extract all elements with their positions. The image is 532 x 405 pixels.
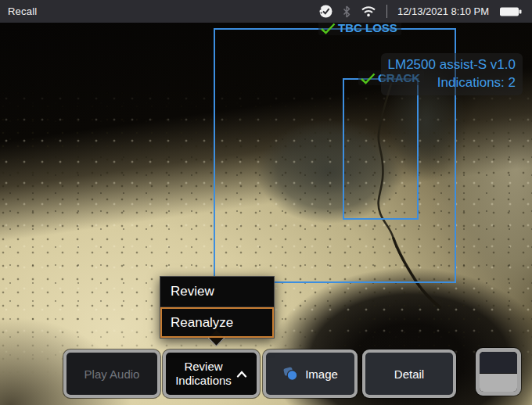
indication-label-text: TBC LOSS: [338, 23, 397, 34]
menu-item-review[interactable]: Review: [160, 277, 274, 307]
detail-button[interactable]: Detail: [362, 349, 456, 398]
connect-check-icon: [318, 4, 332, 19]
bluetooth-icon: [343, 5, 350, 18]
inspection-image: TBC LOSS CRACK LM2500 assist-S v1.0 Indi…: [0, 23, 532, 405]
check-icon: [360, 72, 376, 84]
datetime-label: 12/13/2021 8:10 PM: [397, 5, 489, 17]
image-button[interactable]: Image: [263, 349, 358, 398]
indication-label-tbc-loss: TBC LOSS: [318, 23, 401, 35]
play-audio-button[interactable]: Play Audio: [63, 349, 160, 398]
review-indications-menu: Review Reanalyze: [160, 276, 275, 339]
indication-box-crack: CRACK: [343, 78, 419, 220]
status-separator: [386, 5, 387, 18]
split-screen-thumbnail-button[interactable]: [476, 348, 521, 396]
review-indications-button[interactable]: Review Indications: [163, 349, 260, 398]
menu-item-reanalyze[interactable]: Reanalyze: [160, 307, 274, 338]
check-icon: [320, 23, 336, 34]
screen-title: Recall: [8, 5, 37, 17]
chevron-up-icon: [236, 371, 247, 378]
play-audio-label: Play Audio: [84, 367, 140, 381]
indications-count: Indications: 2: [388, 73, 516, 91]
split-screen-icon: [480, 352, 517, 392]
menu-item-label: Review: [171, 284, 214, 299]
detail-label: Detail: [394, 367, 424, 381]
battery-full-icon: [499, 5, 522, 18]
wifi-icon: [361, 5, 376, 17]
analysis-model-name: LM2500 assist-S v1.0: [388, 56, 516, 73]
image-label: Image: [305, 367, 338, 381]
review-indications-label: Review Indications: [175, 360, 232, 388]
image-stack-icon: [282, 367, 299, 382]
menu-item-label: Reanalyze: [171, 315, 233, 331]
analysis-info-panel: LM2500 assist-S v1.0 Indications: 2: [381, 53, 523, 95]
status-bar: Recall: [0, 0, 532, 23]
status-icons: 12/13/2021 8:10 PM: [318, 4, 532, 19]
recall-screen: Recall: [0, 0, 532, 405]
